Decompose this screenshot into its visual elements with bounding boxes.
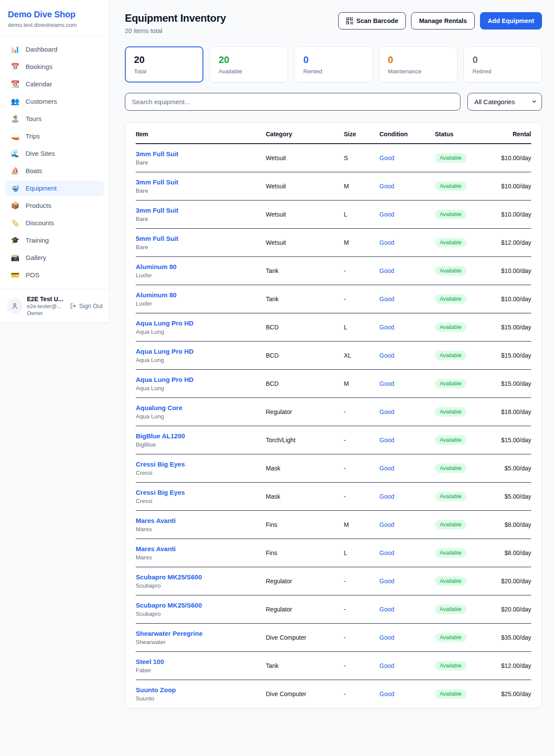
user-email: e2e-tester@...: [27, 303, 63, 309]
sidebar-item-dive-sites[interactable]: 🌊 Dive Sites: [5, 146, 104, 161]
scan-barcode-button[interactable]: Scan Barcode: [338, 12, 406, 30]
sidebar-item-pos[interactable]: 💳 POS: [5, 267, 104, 283]
item-name-link[interactable]: 3mm Full Suit: [136, 207, 178, 214]
condition-link[interactable]: Good: [379, 324, 394, 331]
category-select[interactable]: All Categories: [467, 93, 542, 111]
condition-link[interactable]: Good: [379, 493, 394, 500]
item-size: -: [344, 257, 379, 285]
item-category: Dive Computer: [266, 624, 344, 652]
item-category: BCD: [266, 342, 344, 370]
item-name-link[interactable]: Aqua Lung Pro HD: [136, 319, 193, 327]
condition-link[interactable]: Good: [379, 296, 394, 302]
item-category: Regulator: [266, 567, 344, 595]
table-row: Shearwater Peregrine Shearwater Dive Com…: [136, 624, 531, 652]
status-badge: Available: [435, 661, 467, 671]
sidebar-item-trips[interactable]: 🚤 Trips: [5, 128, 104, 144]
sidebar-item-equipment[interactable]: 🤿 Equipment: [5, 181, 104, 196]
rental-rate: $15.00/day: [501, 370, 531, 398]
sidebar-item-tours[interactable]: 🏝️ Tours: [5, 111, 104, 126]
item-name-link[interactable]: 5mm Full Suit: [136, 235, 178, 242]
item-name-link[interactable]: Shearwater Peregrine: [136, 630, 202, 637]
condition-link[interactable]: Good: [379, 465, 394, 472]
column-header-condition: Condition: [379, 122, 435, 144]
sidebar-item-dashboard[interactable]: 📊 Dashboard: [5, 42, 104, 57]
item-brand: Cressi: [136, 498, 262, 504]
table-row: BigBlue AL1200 BigBlue Torch/Light - Goo…: [136, 426, 531, 454]
rental-rate: $15.00/day: [501, 426, 531, 454]
condition-link[interactable]: Good: [379, 239, 394, 246]
condition-link[interactable]: Good: [379, 578, 394, 585]
sidebar-item-gallery[interactable]: 📸 Gallery: [5, 250, 104, 265]
item-brand: Aqua Lung: [136, 329, 262, 335]
condition-link[interactable]: Good: [379, 267, 394, 274]
item-size: L: [344, 201, 379, 229]
condition-link[interactable]: Good: [379, 211, 394, 218]
rental-rate: $10.00/day: [501, 172, 531, 201]
item-name-link[interactable]: Scubapro MK25/S600: [136, 573, 202, 581]
sidebar-item-customers[interactable]: 👥 Customers: [5, 94, 104, 109]
add-equipment-button[interactable]: Add Equipment: [480, 12, 542, 30]
stat-card-retired[interactable]: 0 Retired: [464, 46, 542, 82]
sidebar-item-bookings[interactable]: 📅 Bookings: [5, 59, 104, 74]
condition-link[interactable]: Good: [379, 154, 394, 161]
item-name-link[interactable]: Aqua Lung Pro HD: [136, 376, 193, 383]
table-row: Cressi Big Eyes Cressi Mask - Good Avail…: [136, 454, 531, 483]
condition-link[interactable]: Good: [379, 606, 394, 613]
user-section: E2E Test U... e2e-tester@... Owner Sign …: [0, 289, 109, 322]
equipment-table-card: ItemCategorySizeConditionStatusRental 3m…: [125, 122, 542, 708]
sidebar-item-boats[interactable]: ⛵ Boats: [5, 163, 104, 178]
item-brand: Shearwater: [136, 639, 262, 645]
status-badge: Available: [435, 210, 467, 219]
condition-link[interactable]: Good: [379, 437, 394, 444]
qr-code-icon: [346, 17, 353, 24]
stat-card-maintenance[interactable]: 0 Maintenance: [379, 46, 457, 82]
condition-link[interactable]: Good: [379, 690, 394, 697]
sign-out-button[interactable]: Sign Out: [70, 302, 103, 309]
item-name-link[interactable]: Aluminum 80: [136, 263, 176, 270]
condition-link[interactable]: Good: [379, 662, 394, 669]
item-size: S: [344, 144, 379, 172]
sidebar-item-calendar[interactable]: 📆 Calendar: [5, 76, 104, 92]
item-name-link[interactable]: Aluminum 80: [136, 291, 176, 299]
rental-rate: $12.00/day: [501, 229, 531, 257]
item-name-link[interactable]: Cressi Big Eyes: [136, 460, 185, 468]
sidebar-item-training[interactable]: 🎓 Training: [5, 233, 104, 248]
item-size: -: [344, 426, 379, 454]
item-category: Wetsuit: [266, 172, 344, 201]
item-name-link[interactable]: 3mm Full Suit: [136, 178, 178, 186]
item-name-link[interactable]: Steel 100: [136, 658, 164, 665]
item-name-link[interactable]: Mares Avanti: [136, 517, 176, 524]
sidebar-item-products[interactable]: 📦 Products: [5, 198, 104, 213]
item-name-link[interactable]: Cressi Big Eyes: [136, 489, 185, 496]
search-input[interactable]: [125, 93, 460, 111]
condition-link[interactable]: Good: [379, 380, 394, 387]
stat-card-rented[interactable]: 0 Rented: [294, 46, 372, 82]
condition-link[interactable]: Good: [379, 634, 394, 641]
gallery-icon: 📸: [10, 254, 20, 261]
item-size: L: [344, 313, 379, 342]
condition-link[interactable]: Good: [379, 521, 394, 528]
rental-rate: $10.00/day: [501, 257, 531, 285]
item-name-link[interactable]: Aqualung Core: [136, 404, 183, 411]
rental-rate: $10.00/day: [501, 144, 531, 172]
status-badge: Available: [435, 689, 467, 699]
condition-link[interactable]: Good: [379, 549, 394, 556]
dive-sites-icon: 🌊: [10, 150, 20, 157]
item-name-link[interactable]: Scubapro MK25/S600: [136, 602, 202, 609]
condition-link[interactable]: Good: [379, 183, 394, 190]
stat-card-available[interactable]: 20 Available: [209, 46, 288, 82]
item-name-link[interactable]: BigBlue AL1200: [136, 432, 185, 440]
condition-link[interactable]: Good: [379, 352, 394, 359]
item-name-link[interactable]: Aqua Lung Pro HD: [136, 348, 193, 355]
condition-link[interactable]: Good: [379, 408, 394, 415]
item-name-link[interactable]: 3mm Full Suit: [136, 150, 178, 158]
item-brand: Luxfer: [136, 300, 262, 307]
item-size: -: [344, 652, 379, 680]
stat-card-total[interactable]: 20 Total: [125, 46, 203, 82]
rental-rate: $20.00/day: [501, 567, 531, 595]
item-name-link[interactable]: Suunto Zoop: [136, 686, 176, 694]
status-badge: Available: [435, 407, 467, 417]
manage-rentals-button[interactable]: Manage Rentals: [411, 12, 474, 30]
item-name-link[interactable]: Mares Avanti: [136, 545, 176, 552]
sidebar-item-discounts[interactable]: 🏷️ Discounts: [5, 215, 104, 230]
